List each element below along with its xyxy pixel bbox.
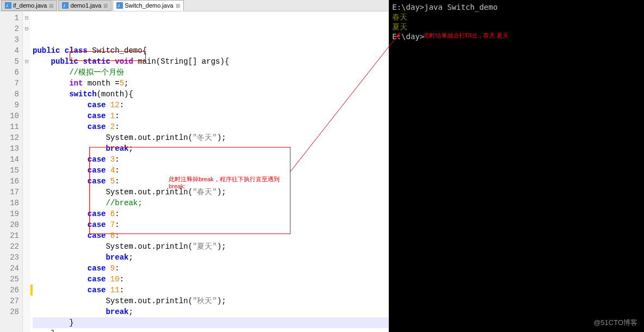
code-area: 1234567891011121314151617181920212223242…: [0, 11, 388, 332]
terminal-output: 夏天: [392, 22, 641, 32]
tab-switch-demo[interactable]: J Switch_demo.java ⊠: [113, 0, 183, 11]
code-editor[interactable]: public class Switch_demo{ public static …: [30, 11, 388, 332]
svg-text:J: J: [6, 3, 8, 8]
watermark: @51CTO博客: [593, 318, 637, 328]
java-file-icon: J: [116, 2, 123, 9]
java-file-icon: J: [5, 2, 11, 9]
close-icon[interactable]: ⊠: [176, 3, 180, 9]
close-icon[interactable]: ⊠: [49, 3, 53, 9]
tab-if-demo[interactable]: J if_demo.java ⊠: [1, 0, 57, 11]
close-icon[interactable]: ⊠: [103, 3, 108, 9]
java-file-icon: J: [62, 2, 69, 9]
fold-gutter[interactable]: ⊟⊟⊟: [23, 11, 30, 332]
tab-demo1[interactable]: J demo1.java ⊠: [58, 0, 112, 11]
tab-label: if_demo.java: [13, 2, 47, 9]
svg-text:J: J: [117, 3, 120, 8]
svg-text:J: J: [63, 3, 65, 8]
terminal-output: 春天: [392, 12, 641, 22]
terminal-line: E:\day>java Switch_demo: [392, 2, 641, 12]
line-number-gutter: 1234567891011121314151617181920212223242…: [0, 11, 23, 332]
editor-panel: J if_demo.java ⊠ J demo1.java ⊠ J Switch…: [0, 0, 389, 332]
terminal-panel[interactable]: E:\day>java Switch_demo 春天 夏天 E:\day>: [389, 0, 644, 332]
tab-label: Switch_demo.java: [125, 2, 173, 9]
terminal-line: E:\day>: [392, 32, 641, 41]
tab-label: demo1.java: [70, 2, 101, 9]
tab-bar: J if_demo.java ⊠ J demo1.java ⊠ J Switch…: [0, 0, 388, 11]
